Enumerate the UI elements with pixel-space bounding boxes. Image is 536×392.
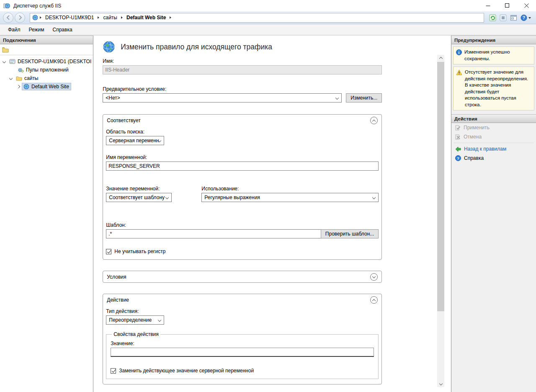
apply-icon [455, 125, 461, 131]
stop-button[interactable] [500, 14, 507, 21]
breadcrumb-arrow-icon [40, 16, 41, 19]
match-section: Соответствует Область поиска: Серверная … [103, 114, 382, 260]
page-globe-icon [103, 41, 115, 53]
address-bar: DESKTOP-U1MK9D1 сайты Default Web Site ? [0, 11, 536, 24]
variable-value-select[interactable]: Соответствует шаблону [106, 193, 172, 202]
tree-item-default-web-site[interactable]: Default Web Site [0, 82, 93, 91]
test-pattern-button[interactable]: Проверить шаблон... [321, 229, 379, 238]
pattern-group: Шаблон: Проверить шаблон... [106, 222, 379, 238]
maximize-button[interactable] [497, 0, 517, 11]
home-button[interactable] [510, 14, 517, 21]
iis-app-icon [3, 3, 10, 9]
tree-item-default-web-site-label: Default Web Site [31, 84, 69, 90]
using-label: Использование: [201, 186, 379, 192]
variable-group: Имя переменной: [106, 154, 379, 171]
action-value-field[interactable] [111, 348, 374, 357]
variable-field[interactable] [106, 161, 379, 171]
close-button[interactable] [517, 0, 536, 11]
variable-value-label: Значение переменной: [106, 186, 201, 192]
page-header: Изменить правило для исходящего трафика [103, 41, 382, 53]
svg-text:?: ? [523, 15, 525, 20]
precondition-group: Предварительное условие: <Нет> Изменить.… [103, 86, 382, 102]
back-button[interactable] [3, 13, 13, 23]
breadcrumb: DESKTOP-U1MK9D1 сайты Default Web Site [30, 13, 484, 23]
precondition-value: <Нет> [106, 95, 120, 101]
replace-value-checkbox[interactable] [111, 368, 116, 374]
variable-label: Имя переменной: [106, 154, 379, 160]
scroll-up-button[interactable] [437, 55, 444, 62]
help-label: Справка [464, 155, 484, 161]
alerts-header: Предупреждения [451, 36, 536, 44]
chevron-down-icon[interactable] [9, 77, 13, 80]
collapse-action-button[interactable] [370, 296, 378, 304]
help-link[interactable]: ? Справка [451, 154, 536, 163]
chevron-up-icon [372, 299, 376, 302]
back-to-rules-label: Назад к правилам [464, 146, 506, 152]
restart-button[interactable] [489, 14, 496, 21]
action-type-select[interactable]: Переопределение [106, 315, 164, 325]
menu-view[interactable]: Режим [25, 25, 49, 34]
cancel-label: Отмена [464, 134, 482, 140]
window-controls [478, 0, 536, 11]
pattern-field[interactable] [106, 229, 321, 238]
precondition-select[interactable]: <Нет> [103, 93, 342, 102]
scope-select[interactable]: Серверная переменн [106, 136, 164, 145]
menu-help[interactable]: Справка [49, 25, 77, 34]
action-value-label: Значение: [111, 341, 374, 346]
precondition-label: Предварительное условие: [103, 86, 382, 92]
scope-value: Серверная переменн [109, 138, 159, 143]
chevron-down-icon[interactable] [3, 60, 6, 63]
iis-manager-window: Диспетчер служб IIS DESKTOP-U1MK9D1 сайт… [0, 0, 536, 392]
actions-panel: Предупреждения Изменения успешно сохране… [451, 36, 536, 392]
name-field [103, 65, 382, 74]
cancel-button: Отмена [451, 132, 536, 141]
edit-rule-panel: Изменить правило для исходящего трафика … [93, 36, 451, 392]
create-connection-icon[interactable] [2, 47, 9, 53]
breadcrumb-item-default-web-site[interactable]: Default Web Site [124, 14, 169, 21]
tree-item-app-pools[interactable]: Пулы приложений [0, 66, 93, 74]
expand-conditions-button[interactable] [370, 273, 378, 281]
using-select[interactable]: Регулярные выражения [201, 193, 379, 202]
collapse-match-button[interactable] [370, 117, 378, 124]
apply-button: Применить [451, 123, 536, 132]
action-type-group: Тип действия: Переопределение [106, 308, 379, 325]
tree-item-server-label: DESKTOP-U1MK9D1 (DESKTOI [18, 59, 91, 64]
page-title: Изменить правило для исходящего трафика [121, 43, 272, 51]
edit-precondition-button[interactable]: Изменить... [346, 93, 382, 102]
breadcrumb-item-server[interactable]: DESKTOP-U1MK9D1 [42, 14, 97, 21]
menu-file[interactable]: Файл [4, 25, 25, 34]
action-section-title: Действие [107, 297, 129, 303]
chevron-down-icon [372, 274, 376, 278]
folder-icon [16, 76, 22, 81]
minimize-button[interactable] [478, 0, 497, 11]
address-toolbar: ? [487, 14, 533, 21]
scroll-down-button[interactable] [437, 380, 444, 387]
connections-tree: DESKTOP-U1MK9D1 (DESKTOI Пулы приложений… [0, 55, 93, 91]
chevron-right-icon[interactable] [17, 85, 20, 88]
ignore-case-row: Не учитывать регистр [106, 249, 379, 254]
breadcrumb-arrow-icon [98, 16, 99, 19]
back-to-rules-link[interactable]: Назад к правилам [451, 144, 536, 154]
ignore-case-label: Не учитывать регистр [114, 249, 165, 254]
action-properties-group: Свойства действия Значение: Заменить дей… [106, 331, 379, 379]
actions-separator [454, 143, 533, 143]
warning-alert-text: Отсутствует значение для действия переоп… [465, 69, 531, 108]
ignore-case-checkbox[interactable] [106, 249, 111, 254]
conditions-section-title: Условия [107, 274, 126, 280]
variable-value-value: Соответствует шаблону [109, 195, 165, 200]
help-button[interactable]: ? [521, 14, 531, 21]
tree-item-server[interactable]: DESKTOP-U1MK9D1 (DESKTOI [0, 57, 93, 66]
breadcrumb-item-sites[interactable]: сайты [100, 14, 120, 21]
connections-header: Подключения [0, 36, 93, 44]
site-globe-icon [32, 15, 38, 20]
tree-item-sites[interactable]: сайты [0, 74, 93, 82]
forward-button[interactable] [15, 13, 25, 23]
name-group: Имя: [103, 58, 382, 74]
vertical-scrollbar[interactable] [437, 55, 444, 387]
globe-icon [23, 84, 29, 90]
scroll-thumb[interactable] [437, 62, 444, 311]
scope-label: Область поиска: [106, 129, 379, 135]
actions-header: Действия [451, 114, 536, 123]
scope-group: Область поиска: Серверная переменн [106, 129, 379, 145]
action-type-value: Переопределение [109, 317, 152, 323]
